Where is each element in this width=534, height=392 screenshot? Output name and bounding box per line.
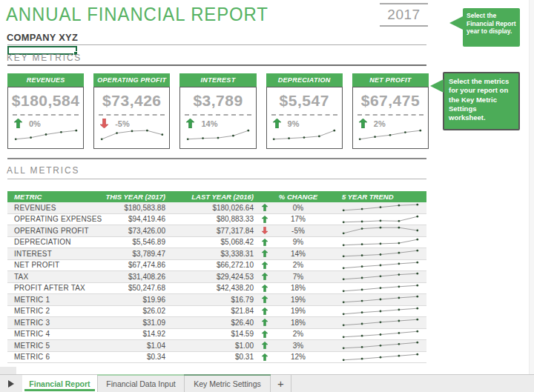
cell-this-year: $180,583.88 xyxy=(104,204,165,212)
cell-this-year: $3,789.47 xyxy=(104,250,165,258)
cell-this-year: $73,426.00 xyxy=(104,227,165,235)
cell-metric: METRIC 3 xyxy=(7,319,104,327)
scroll-corner xyxy=(0,367,16,374)
metric-card-body: $5,5479% xyxy=(266,87,343,149)
cell-last-year: $3,338.31 xyxy=(165,250,254,258)
key-metric-cards: REVENUES$180,5840%OPERATING PROFIT$73,42… xyxy=(7,73,429,149)
metric-card-value: $67,475 xyxy=(353,92,428,110)
table-row[interactable]: PROFIT AFTER TAX$50,247.68$42,438.2018% xyxy=(7,283,426,295)
sparkline xyxy=(100,129,164,141)
table-row[interactable]: INTEREST$3,789.47$3,338.3114% xyxy=(7,248,426,260)
table-row[interactable]: OPERATING EXPENSES$94,419.46$80,883.3317… xyxy=(7,214,426,226)
cell-metric: METRIC 6 xyxy=(7,353,104,361)
metric-card-title: OPERATING PROFIT xyxy=(93,73,170,87)
cell-this-year: $50,247.68 xyxy=(104,284,165,292)
metrics-callout-text: Select the metrics for your report on th… xyxy=(449,77,509,122)
sparkline xyxy=(342,272,419,281)
year-input[interactable]: 2017 xyxy=(380,3,428,27)
table-row[interactable]: METRIC 4$14.92$14.592% xyxy=(7,329,426,341)
cell-this-year: $31,408.26 xyxy=(104,273,165,281)
cell-last-year: $29,424.53 xyxy=(165,273,254,281)
table-row[interactable]: TAX$31,408.26$29,424.537% xyxy=(7,271,426,283)
cell-last-year: $26.40 xyxy=(165,319,254,327)
metric-card-value: $3,789 xyxy=(180,92,255,110)
metric-card-change: -5% xyxy=(115,119,130,128)
cell-change-arrow xyxy=(254,330,276,338)
sparkline xyxy=(342,261,419,270)
cell-last-year: $1.00 xyxy=(165,342,254,350)
table-row[interactable]: METRIC 3$31.09$26.4018% xyxy=(7,317,426,329)
up-arrow-icon xyxy=(262,308,268,315)
cell-last-year: $14.59 xyxy=(165,330,254,338)
table-row[interactable]: METRIC 6$0.34$0.3112% xyxy=(7,352,426,364)
company-name: COMPANY XYZ xyxy=(7,32,78,43)
cell-change-arrow xyxy=(254,273,276,280)
table-row[interactable]: DEPRECIATION$5,546.89$5,068.429% xyxy=(7,237,426,249)
cell-metric: REVENUES xyxy=(7,204,104,212)
sheet-tab-key-metric-settings[interactable]: Key Metric Settings xyxy=(185,375,271,392)
table-row[interactable]: METRIC 1$19.96$16.7919% xyxy=(7,294,426,306)
cell-this-year: $67,474.86 xyxy=(104,261,165,269)
down-arrow-icon xyxy=(262,227,268,234)
metric-card-change-row: 9% xyxy=(267,116,342,129)
metric-card-change: 0% xyxy=(29,119,41,128)
metric-card-value: $5,547 xyxy=(267,92,342,110)
up-arrow-icon xyxy=(186,119,194,128)
up-arrow-icon xyxy=(359,119,367,128)
cell-this-year: $14.92 xyxy=(104,330,165,338)
cell-trend xyxy=(320,272,426,281)
metric-card-value: $73,426 xyxy=(94,92,169,110)
table-header-row: METRIC THIS YEAR (2017) LAST YEAR (2016)… xyxy=(7,191,426,202)
cell-change-arrow xyxy=(254,296,276,303)
col-header-last-year: LAST YEAR (2016) xyxy=(165,193,254,201)
cell-trend xyxy=(320,330,426,339)
cell-metric: INTEREST xyxy=(7,250,104,258)
up-arrow-icon xyxy=(262,273,268,280)
cell-change-arrow xyxy=(254,262,276,269)
sparkline xyxy=(342,295,419,304)
metric-card-change: 2% xyxy=(374,119,386,128)
metric-card-body: $180,5840% xyxy=(7,87,84,149)
add-sheet-button[interactable]: + xyxy=(271,375,291,392)
metric-card-change: 9% xyxy=(288,119,300,128)
table-row[interactable]: METRIC 5$1.04$1.003% xyxy=(7,340,426,352)
sparkline xyxy=(342,215,419,224)
cell-this-year: $26.02 xyxy=(104,307,165,315)
cell-change: 19% xyxy=(276,296,320,304)
cell-trend xyxy=(320,238,426,247)
cell-change: 7% xyxy=(276,273,320,281)
col-header-metric: METRIC xyxy=(7,193,104,201)
divider xyxy=(7,158,426,159)
metric-card-change-row: 0% xyxy=(8,116,83,129)
cell-metric: DEPRECIATION xyxy=(7,238,104,246)
cell-last-year: $80,883.33 xyxy=(165,215,254,223)
sheet-tab-financial-data-input[interactable]: Financial Data Input xyxy=(98,375,185,392)
vertical-scrollbar[interactable] xyxy=(529,0,534,374)
cell-this-year: $31.09 xyxy=(104,319,165,327)
sparkline xyxy=(342,238,419,247)
sparkline xyxy=(342,249,419,258)
section-all-metrics: ALL METRICS xyxy=(7,165,79,176)
cell-metric: METRIC 4 xyxy=(7,330,104,338)
cell-trend xyxy=(320,353,426,362)
cell-this-year: $1.04 xyxy=(104,342,165,350)
up-arrow-icon xyxy=(262,330,268,338)
sparkline xyxy=(342,341,419,350)
sheet-tab-financial-report[interactable]: Financial Report xyxy=(22,375,98,392)
table-row[interactable]: REVENUES$180,583.88$180,026.640% xyxy=(7,202,426,214)
table-row[interactable]: NET PROFIT$67,474.86$66,272.102% xyxy=(7,260,426,272)
cell-change: 3% xyxy=(276,342,320,350)
callout-left-arrow-icon xyxy=(449,16,463,30)
up-arrow-icon xyxy=(262,239,268,246)
table-row[interactable]: OPERATING PROFIT$73,426.00$77,317.84-5% xyxy=(7,225,426,237)
sheet-nav-button[interactable] xyxy=(0,375,22,392)
cell-change: 0% xyxy=(276,204,320,212)
table-row[interactable]: METRIC 2$26.02$21.8419% xyxy=(7,306,426,318)
cell-change: 17% xyxy=(276,215,320,223)
cell-change: 14% xyxy=(276,250,320,258)
sparkline xyxy=(342,203,419,212)
cell-metric: METRIC 1 xyxy=(7,296,104,304)
cell-trend xyxy=(320,203,426,212)
metric-card-title: INTEREST xyxy=(179,73,256,87)
cell-change-arrow xyxy=(254,250,276,257)
